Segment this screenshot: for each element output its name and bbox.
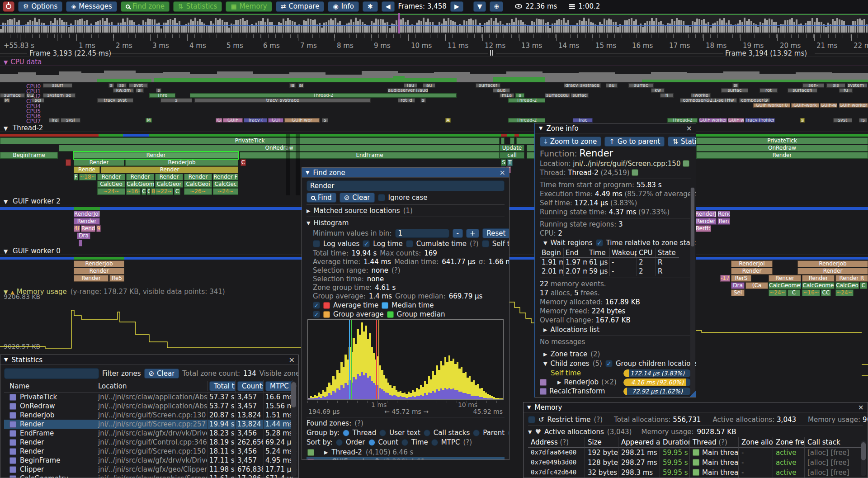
statistics-titlebar[interactable]: ▼ Statistics × [0, 355, 298, 365]
checkbox-log-time[interactable]: ✓ [363, 240, 370, 247]
clear-filter-button[interactable]: ⊘Clear [144, 369, 179, 379]
radio-count[interactable] [368, 439, 375, 446]
zone-render[interactable]: Render [74, 152, 238, 159]
min-bin-input[interactable] [395, 229, 449, 238]
right-arrow-icon: ▶ [454, 3, 459, 10]
focus-frame-button[interactable]: ▼ [473, 1, 486, 12]
statistics-button[interactable]: ⇅Statistics [173, 1, 222, 12]
radio-thread[interactable] [343, 430, 349, 436]
min-bin-increment[interactable]: + [466, 229, 479, 238]
memory-titlebar[interactable]: ▼ Memory × [524, 402, 868, 412]
statistics-scrollbar[interactable] [291, 381, 297, 477]
legend-checkbox[interactable]: ✓ [313, 311, 320, 318]
memory-button[interactable]: ▦Memory [226, 1, 272, 12]
legend-checkbox[interactable]: ✓ [313, 302, 320, 309]
restrict-time-checkbox[interactable] [528, 416, 535, 423]
next-frame-button[interactable]: ▶ [450, 1, 463, 12]
child-zones-section[interactable]: ▼ Child zones (5) ✓ Group children locat… [543, 360, 691, 368]
histogram-section[interactable]: ▼ Histogram [307, 219, 505, 227]
time-relative-checkbox[interactable]: ✓ [596, 239, 603, 246]
zoom-to-zone-button[interactable]: ⤓Zoom to zone [540, 137, 601, 147]
memory-scrollbar[interactable] [861, 440, 866, 476]
found-group-row[interactable]: ▶Thread-2(4,105) 6.46 s [307, 448, 505, 457]
sort-counts-button[interactable]: Counts [237, 381, 264, 391]
search-input[interactable] [307, 180, 505, 191]
table-row[interactable]: RenderJobjni/../jni/src/guif/Screen.cpp:… [4, 411, 295, 420]
close-icon[interactable]: × [500, 168, 505, 177]
goto-frame-button[interactable]: ⊕ [490, 1, 503, 12]
stat-label: (?) [392, 266, 401, 274]
min-bin-decrement[interactable]: - [453, 229, 463, 238]
child-zone-row[interactable]: RecalcTransform72.92 µs (1.62%) [540, 387, 691, 395]
table-row[interactable]: Clipperjni/../jni/src/claw/gfx/geo/Clipp… [4, 465, 295, 474]
matched-source-locations[interactable]: ▶ Matched source locations (1) [307, 207, 505, 215]
allocation-row[interactable]: 0x7e049b3d00128 bytes298.27 ms59.95 sMai… [528, 458, 863, 468]
radio-order[interactable] [336, 439, 343, 446]
zone-info-titlebar[interactable]: ▼ Zone info × [535, 123, 696, 133]
checkbox-cumulate-time[interactable] [406, 240, 413, 247]
group-children-checkbox[interactable]: ✓ [605, 360, 613, 367]
radio-mtpc[interactable] [431, 439, 438, 446]
zone-trace-section[interactable]: ▶ Zone trace (2) [543, 350, 691, 358]
power-button[interactable] [3, 1, 14, 12]
messages-button[interactable]: ◈Messages [66, 1, 117, 12]
radio-time[interactable] [401, 439, 408, 446]
zone-info-scrollbar[interactable] [690, 187, 695, 395]
table-row[interactable]: OnRedrawjni/../jni/src/claw/application/… [4, 402, 295, 411]
found-group-row[interactable]: ▶GUIF worker 2(3,296) 4.61 s [307, 457, 505, 460]
find-zone-titlebar[interactable]: ▼ Find zone × [302, 168, 509, 178]
wait-region-row[interactable]: 2.01 ms2.07 ms59 µs-2R [540, 267, 691, 276]
radio-parent[interactable] [473, 430, 480, 436]
active-allocations-label: Active allocations [544, 428, 604, 436]
statistics-button[interactable]: ⇅Statistics [668, 137, 696, 147]
stat-value: 4.61 s [375, 284, 396, 292]
prev-frame-button[interactable]: ◀ [382, 1, 395, 12]
radio-call-stacks[interactable] [424, 430, 430, 436]
close-icon[interactable]: × [289, 355, 295, 364]
checkbox-self-time[interactable] [482, 240, 489, 247]
compare-button[interactable]: ⇄Compare [276, 1, 325, 12]
radio-no-grouping[interactable] [508, 430, 509, 436]
find-zone-button[interactable]: Find zone [121, 1, 170, 12]
find-button[interactable]: Find [307, 193, 336, 203]
go-to-parent-button[interactable]: ↑Go to parent [604, 137, 665, 147]
collapse-icon[interactable]: ▼ [543, 240, 547, 246]
filter-input[interactable] [4, 368, 99, 379]
allocations-list[interactable]: ▶ Allocations list [543, 326, 691, 334]
table-row[interactable]: Renderjni/../jni/src/guif/Control.cpp:34… [4, 438, 295, 447]
table-row[interactable]: BeginFramejni/../jni/src/claw/gfx/drv/vk… [4, 456, 295, 465]
zone-name: BeginFrame [20, 456, 60, 464]
zone-counts: 3,457 [236, 393, 264, 402]
zone-total-time: 57.37 s [208, 393, 236, 402]
memory-usage-value: 9028.57 KB [697, 428, 736, 436]
sort-mtpc-button[interactable]: MTPC [265, 381, 293, 391]
ignore-case-checkbox[interactable] [378, 194, 385, 201]
table-row[interactable]: Renderjni/../jni/src/guif/Screen.cpp:257… [4, 420, 295, 429]
allocation-row[interactable]: 0x7dfaa64e00192 bytes298.21 ms59.95 sMai… [528, 448, 863, 458]
legend-color-swatch [323, 302, 330, 309]
legend-color-swatch [387, 311, 394, 318]
tools-button[interactable]: ✱ [363, 1, 378, 12]
options-button[interactable]: ⚙Options [18, 1, 62, 12]
legend-label: Average time [333, 301, 378, 309]
reset-button[interactable]: Reset [482, 228, 509, 238]
table-row[interactable]: PrivateTickjni/../jni/src/claw/applicati… [4, 393, 295, 402]
histogram-plot[interactable] [307, 319, 504, 400]
radio-user-text[interactable] [379, 430, 386, 436]
allocation-row[interactable]: 0x7dfc42d64032 bytes298.3 ms59.95 sMain … [528, 468, 863, 478]
table-row[interactable]: EndFramejni/../jni/src/claw/gfx/drv/vk/D… [4, 429, 295, 438]
child-zone-row[interactable]: CalcRenderNodes51.51 µs (1.15%) [540, 396, 691, 398]
clear-button[interactable]: ⊘Clear [340, 193, 375, 203]
close-icon[interactable]: × [686, 124, 692, 133]
table-row[interactable]: CalcGeometryjni/../jni/src/claw/graphics… [4, 474, 295, 478]
close-icon[interactable]: × [858, 403, 864, 412]
info-label: Info [341, 2, 354, 10]
child-zone-row[interactable]: ▶RenderJob(×2)4.16 ms (92.60%) [540, 378, 691, 386]
collapse-icon[interactable]: ▼ [528, 429, 532, 435]
checkbox-log-values[interactable] [313, 240, 320, 247]
table-row[interactable]: Renderjni/../jni/src/guif/Screen.cpp:150… [4, 447, 295, 456]
sort-total-time-button[interactable]: Total tim [209, 381, 236, 391]
wait-region-row[interactable]: 1.91 ms1.97 ms61 µs-2R [540, 258, 691, 267]
info-button[interactable]: ◉Info [328, 1, 359, 12]
resize-handle[interactable] [689, 391, 696, 397]
